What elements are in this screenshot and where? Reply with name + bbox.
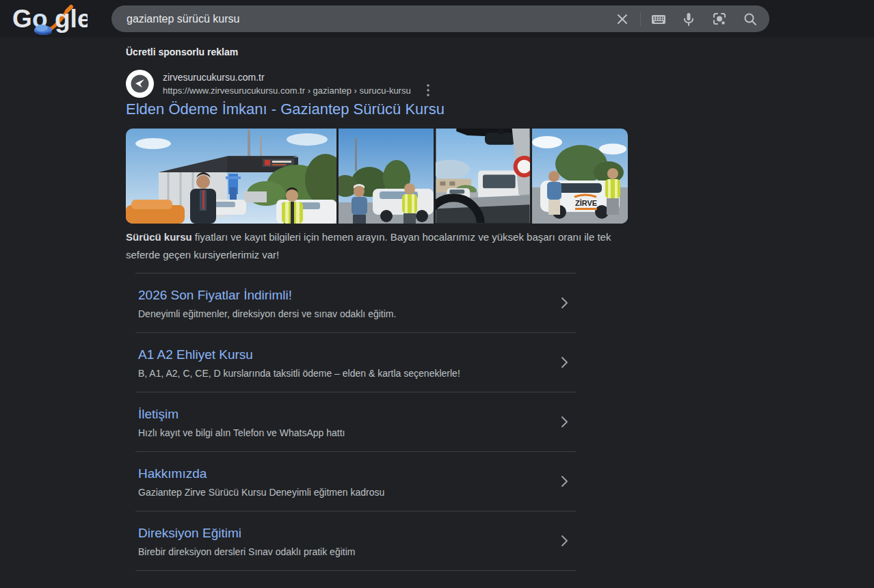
sitelink-subtitle: B, A1, A2, C, CE, D kurslarında taksitli…	[138, 368, 549, 379]
sitelink-title[interactable]: Hakkımızda	[138, 466, 207, 481]
site-favicon-globe-icon	[126, 70, 154, 98]
chevron-right-icon[interactable]	[556, 533, 572, 549]
sitelink-title[interactable]: 2026 Son Fiyatlar İndirimli!	[138, 287, 292, 303]
sitelink-title[interactable]: İletişim	[138, 406, 178, 422]
sitelink-prices[interactable]: 2026 Son Fiyatlar İndirimli! Deneyimli e…	[135, 273, 577, 332]
sponsored-label: Ücretli sponsorlu reklam	[126, 46, 238, 57]
clear-search-icon[interactable]	[614, 11, 631, 27]
search-bar[interactable]	[111, 5, 769, 32]
result-options-kebab-icon[interactable]	[421, 82, 435, 98]
sitelink-contact[interactable]: İletişim Hızlı kayıt ve bilgi alın Telef…	[135, 392, 577, 451]
ad-title-link[interactable]: Elden Ödeme İmkanı - Gaziantep Sürücü Ku…	[126, 101, 445, 118]
carousel-image-trainee-car[interactable]	[339, 129, 434, 224]
vehicle-logo-text: ZİRVE	[575, 199, 597, 207]
sitelink-license-course[interactable]: A1 A2 Ehliyet Kursu B, A1, A2, C, CE, D …	[135, 332, 577, 392]
sitelink-subtitle: Hızlı kayıt ve bilgi alın Telefon ve Wha…	[138, 427, 549, 439]
site-url-breadcrumb[interactable]: https://www.zirvesurucukursu.com.tr › ga…	[163, 85, 411, 97]
sitelink-driving-training[interactable]: Direksiyon Eğitimi Birebir direksiyon de…	[135, 511, 577, 570]
sitelink-about[interactable]: Hakkımızda Gaziantep Zirve Sürücü Kursu …	[135, 451, 577, 511]
ad-description-bold: Sürücü kursu	[126, 231, 192, 243]
sitelink-subtitle: Birebir direksiyon dersleri Sınav odaklı…	[138, 546, 549, 558]
carousel-image-zirve-car[interactable]: ZİRVE	[532, 129, 628, 224]
carousel-image-instructors-lot[interactable]	[126, 129, 336, 224]
sitelinks-list: 2026 Son Fiyatlar İndirimli! Deneyimli e…	[135, 273, 577, 571]
chevron-right-icon[interactable]	[556, 414, 572, 430]
ad-description: Sürücü kursu fiyatları ve kayıt bilgiler…	[126, 228, 626, 264]
logo-letters-gle: gle	[55, 5, 88, 33]
ad-description-rest: fiyatları ve kayıt bilgileri için hemen …	[126, 231, 611, 260]
sitelink-subtitle: Gaziantep Zirve Sürücü Kursu Deneyimli e…	[138, 487, 549, 498]
sitelink-title[interactable]: A1 A2 Ehliyet Kursu	[138, 347, 253, 362]
sitelink-subtitle: Deneyimli eğitmenler, direksiyon dersi v…	[138, 308, 549, 320]
logo-letter-g: G	[12, 5, 32, 33]
carousel-image-dashboard-traffic[interactable]	[436, 129, 530, 224]
search-input[interactable]	[127, 5, 598, 32]
keyboard-icon[interactable]	[650, 11, 667, 27]
google-serp-dark: G o gle	[0, 0, 874, 588]
chevron-right-icon[interactable]	[556, 473, 572, 490]
pill-divider	[640, 12, 641, 27]
site-domain[interactable]: zirvesurucukursu.com.tr	[163, 71, 265, 83]
search-submit-icon[interactable]	[742, 11, 758, 27]
sitelink-title[interactable]: Direksiyon Eğitimi	[138, 525, 241, 541]
search-header: G o gle	[0, 0, 874, 38]
google-lens-icon[interactable]	[711, 11, 728, 27]
google-doodle-logo[interactable]: G o gle	[12, 3, 88, 36]
ad-image-carousel: ZİRVE	[126, 129, 628, 224]
chevron-right-icon[interactable]	[556, 295, 572, 311]
chevron-right-icon[interactable]	[556, 354, 572, 371]
voice-search-icon[interactable]	[680, 11, 697, 27]
